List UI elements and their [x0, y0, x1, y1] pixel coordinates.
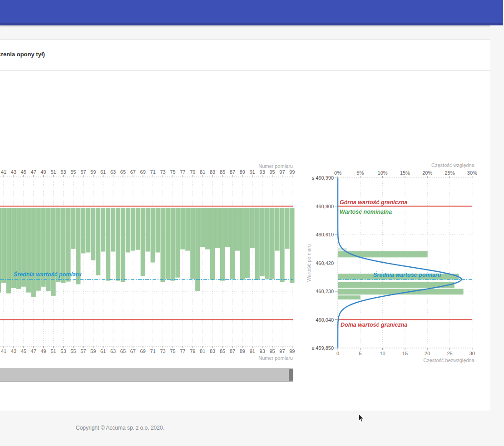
x-tick-bottom: 10	[380, 351, 385, 356]
x-tick-bottom: 95	[269, 348, 275, 354]
x-tick-top: 85	[220, 169, 225, 175]
app-header	[0, 0, 503, 23]
x-axis-title-top: Częstość względna	[431, 162, 475, 168]
mean-label: Średnia wartość pomiaru	[14, 271, 82, 278]
x-tick-top: 89	[240, 169, 245, 175]
x-tick-top: 91	[250, 169, 255, 175]
x-tick-top: 59	[90, 169, 96, 175]
copyright-text: Copyright © Accuma sp. z o.o. 2020.	[76, 425, 164, 431]
measurement-bar	[220, 208, 225, 281]
x-tick-top: 43	[11, 169, 16, 175]
measurement-bar	[230, 208, 235, 279]
measurement-bar	[141, 208, 145, 276]
measurement-bar	[51, 208, 55, 296]
x-axis-title-bottom: Numer pomiaru	[258, 355, 293, 361]
x-tick-top: 67	[130, 169, 136, 175]
x-tick-bottom: 41	[1, 348, 6, 354]
x-tick-top: 87	[230, 169, 235, 175]
histogram-bin-bar	[338, 295, 361, 299]
x-tick-bottom: 67	[130, 348, 136, 354]
x-tick-bottom: 45	[21, 348, 26, 354]
measurement-bar	[71, 208, 75, 249]
nominal-label: Wartość nominalna	[340, 209, 392, 215]
x-tick-bottom: 57	[80, 348, 86, 354]
lower-limit-label: Dolna wartość graniczna	[341, 322, 407, 328]
x-tick-bottom: 20	[425, 351, 430, 356]
y-tick-label: 460,230	[316, 289, 334, 294]
y-tick-label: 460,420	[316, 260, 334, 266]
mean-label: Średnia wartość pomiaru	[373, 271, 441, 278]
x-tick-bottom: 99	[289, 348, 295, 354]
x-tick-top: 15%	[400, 170, 410, 176]
measurement-bar	[36, 208, 41, 291]
x-tick-bottom: 25	[447, 351, 452, 356]
measurement-bar	[185, 208, 190, 251]
measurement-bar	[116, 208, 120, 281]
x-tick-bottom: 59	[90, 348, 96, 354]
mouse-cursor	[358, 413, 366, 424]
card-divider	[0, 70, 490, 71]
x-tick-top: 97	[279, 169, 285, 175]
measurement-bar	[280, 208, 284, 282]
x-tick-top: 5%	[356, 170, 364, 176]
histogram-chart: ≤ 460,990460,800460,610460,420460,230460…	[300, 159, 504, 368]
x-tick-bottom: 30	[469, 351, 475, 356]
x-tick-top: 69	[140, 169, 146, 175]
x-tick-bottom: 61	[100, 348, 106, 354]
x-tick-top: 10%	[378, 170, 388, 176]
y-tick-label: ≥ 459,850	[311, 345, 334, 351]
measurement-bar	[170, 208, 175, 281]
measurement-bar	[126, 208, 130, 253]
x-tick-bottom: 43	[11, 348, 16, 354]
page-background-strip	[490, 25, 504, 446]
x-tick-top: 99	[289, 169, 295, 175]
x-tick-bottom: 53	[60, 348, 66, 354]
measurement-bar	[195, 208, 200, 291]
x-tick-bottom: 77	[180, 348, 185, 354]
measurement-bar	[290, 208, 294, 283]
measurement-bar	[46, 208, 50, 291]
x-tick-top: 63	[110, 169, 116, 175]
upper-limit-label: Górna wartość graniczna	[340, 199, 407, 206]
measurement-bar	[275, 208, 279, 251]
x-tick-bottom: 75	[170, 348, 175, 354]
x-tick-top: 57	[80, 169, 86, 175]
measurement-bar	[180, 208, 185, 250]
x-tick-top: 77	[180, 169, 185, 175]
x-tick-top: 47	[31, 169, 36, 175]
measurement-bar	[6, 208, 11, 294]
horizontal-scrollbar[interactable]	[0, 368, 293, 382]
x-tick-bottom: 65	[120, 348, 126, 354]
app-header-edge	[0, 23, 503, 25]
measurement-bar	[86, 208, 90, 253]
run-chart-bars[interactable]	[0, 208, 294, 297]
run-chart: Średnia wartość pomiaru41414343454547474…	[0, 159, 300, 368]
x-tick-bottom: 89	[240, 348, 245, 354]
x-tick-bottom: 0	[336, 351, 339, 356]
x-tick-bottom: 49	[41, 348, 46, 354]
x-tick-top: 93	[260, 169, 265, 175]
y-tick-label: ≤ 460,990	[311, 175, 334, 181]
y-tick-label: 460,610	[316, 232, 334, 237]
measurement-bar	[81, 208, 85, 254]
measurement-bar	[265, 208, 270, 279]
y-tick-label: 460,800	[316, 204, 334, 209]
x-axis-title-bottom: Częstość bezwzględna	[423, 358, 474, 363]
measurement-bar	[260, 208, 265, 276]
page-title: lzenia opony tył)	[0, 51, 45, 58]
x-tick-bottom: 91	[250, 348, 255, 354]
x-tick-bottom: 63	[110, 348, 116, 354]
measurement-bar	[106, 208, 110, 281]
measurement-bar	[225, 208, 230, 247]
x-tick-top: 75	[170, 169, 175, 175]
x-tick-top: 55	[70, 169, 76, 175]
measurement-bar	[210, 208, 215, 280]
measurement-bar	[250, 208, 255, 248]
x-tick-top: 41	[1, 169, 6, 175]
x-tick-top: 73	[160, 169, 165, 175]
x-tick-top: 81	[200, 169, 205, 175]
x-tick-top: 30%	[467, 170, 477, 176]
scrollbar-handle[interactable]	[289, 369, 293, 381]
measurement-bar	[1, 208, 6, 283]
measurement-bar	[121, 208, 125, 282]
